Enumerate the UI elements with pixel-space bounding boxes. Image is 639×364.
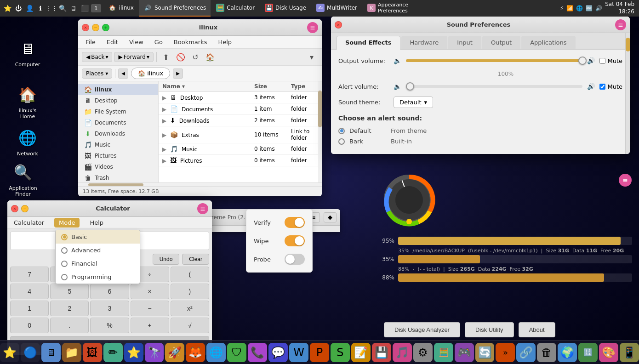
fm-scrollbar[interactable]	[318, 81, 322, 182]
fm-close-button[interactable]: ×	[82, 24, 89, 31]
fm-horizontal-scrollbar[interactable]	[78, 182, 322, 186]
multiwriter-settings-icon[interactable]: ◆	[324, 212, 337, 222]
dock-note-icon[interactable]: 📝	[351, 343, 371, 362]
sound-tab-hardware[interactable]: Hardware	[401, 36, 448, 49]
alert-mute-checkbox[interactable]: Mute	[599, 83, 622, 90]
bluetooth-icon[interactable]: ⚡	[560, 5, 564, 11]
calc-btn-sqrt[interactable]: √	[171, 318, 209, 333]
grid-icon[interactable]: ⋮⋮	[47, 4, 56, 13]
fm-maximize-button[interactable]: +	[102, 24, 109, 31]
table-row[interactable]: ▶ 🎵 Music 0 items folder	[159, 143, 322, 155]
fm-col-size[interactable]: Size	[251, 81, 287, 92]
dock-mobile-icon[interactable]: 📱	[620, 343, 639, 362]
taskbar-app-sound[interactable]: 🔊 Sound Preferences	[139, 0, 211, 17]
dock-chat-icon[interactable]: 💬	[268, 343, 288, 362]
window-icon[interactable]: ⬛	[80, 4, 89, 13]
alert-mute-input[interactable]	[599, 84, 605, 90]
alert-option-default[interactable]: Default From theme	[338, 125, 622, 136]
calc-mode-basic[interactable]: Basic	[56, 230, 140, 244]
search-taskbar-icon[interactable]: 🔍	[58, 4, 67, 13]
dock-calc-icon[interactable]: 🧮	[434, 343, 453, 362]
fm-menu-view[interactable]: View	[127, 38, 145, 46]
fm-back-button[interactable]: ◀ Back ▾	[82, 52, 112, 62]
table-row[interactable]: ▶ 📦 Extras 10 items Link to folder	[159, 126, 322, 143]
fm-menu-button[interactable]: ≡	[307, 22, 318, 33]
dock-audio-icon[interactable]: 🎵	[393, 343, 412, 362]
volume-icon[interactable]: 🔊	[595, 5, 602, 11]
calc-mode-programming[interactable]: Programming	[56, 270, 140, 284]
fm-sidebar-item-videos[interactable]: 🎬 Videos	[78, 161, 158, 172]
calc-menu-button[interactable]: ≡	[197, 203, 208, 214]
fm-menu-help[interactable]: Help	[216, 38, 234, 46]
row-expand-arrow[interactable]: ▶	[162, 95, 166, 101]
taskbar-app-disk[interactable]: 💾 Disk Usage	[260, 0, 311, 17]
fm-sidebar-item-desktop[interactable]: 🖥 Desktop	[78, 95, 158, 106]
dock-globe-icon[interactable]: 🌍	[558, 343, 577, 362]
sound-menu-button[interactable]: ≡	[615, 19, 626, 30]
taskbar-app-calculator[interactable]: 🧮 Calculator	[211, 0, 259, 17]
fm-path-button[interactable]: 🏠 ilinux	[131, 68, 170, 79]
taskbar-app-ilinux[interactable]: 🏠 ilinux	[104, 0, 138, 17]
calc-mode-financial[interactable]: Financial	[56, 257, 140, 270]
calc-btn-mul[interactable]: ×	[131, 284, 169, 299]
toggle-probe-switch[interactable]	[285, 254, 305, 265]
dock-double-arrow-icon[interactable]: »	[496, 343, 515, 362]
fm-menu-go[interactable]: Go	[153, 38, 165, 46]
alert-radio-bark[interactable]	[338, 138, 345, 145]
fm-refresh-button[interactable]: ↺	[189, 51, 202, 63]
calc-btn-sq[interactable]: x²	[171, 301, 209, 316]
calc-btn-add[interactable]: +	[131, 318, 169, 333]
table-row[interactable]: ▶ 🖼 Pictures 0 items folder	[159, 155, 322, 166]
calc-clear-button[interactable]: Clear	[182, 254, 209, 265]
calc-close-button[interactable]: ×	[11, 205, 18, 212]
workspace-number[interactable]: 1	[91, 4, 101, 12]
fm-col-type[interactable]: Type	[287, 81, 322, 92]
output-mute-checkbox[interactable]: Mute	[599, 57, 622, 64]
dock-spreadsheet-icon[interactable]: S	[331, 343, 350, 362]
dock-firefox-icon[interactable]: 🦊	[186, 343, 205, 362]
calc-mode-advanced[interactable]: Advanced	[56, 244, 140, 257]
sound-right-scrollbar[interactable]	[625, 33, 630, 154]
monitor-icon[interactable]: 🖥	[69, 4, 78, 13]
dock-sync-icon[interactable]: 🔄	[475, 343, 495, 362]
toggle-wipe-switch[interactable]	[285, 235, 305, 246]
calc-btn-7[interactable]: 7	[10, 267, 49, 282]
calc-menu-calculator[interactable]: Calculator	[11, 218, 47, 227]
calc-menu-mode[interactable]: Mode	[54, 218, 80, 228]
dock-trash-icon[interactable]: 🗑	[537, 343, 556, 362]
fm-options-button[interactable]: ▾	[305, 51, 318, 63]
fm-sidebar-item-filesystem[interactable]: 📁 File System	[78, 106, 158, 117]
sound-theme-select[interactable]: Default ▾	[394, 97, 433, 108]
calc-undo-button[interactable]: Undo	[153, 254, 180, 265]
sound-tab-effects[interactable]: Sound Effects	[337, 36, 400, 50]
desktop-icon-appfinder[interactable]: 🔍 Application Finder	[5, 159, 41, 200]
dock-disk-icon[interactable]: 💾	[372, 343, 391, 362]
desktop-icon-computer[interactable]: 🖥 Computer	[9, 35, 46, 70]
calc-btn-1[interactable]: 1	[10, 301, 49, 316]
dock-photo-icon[interactable]: 🖼	[83, 343, 102, 362]
star-icon[interactable]: ⭐	[3, 4, 12, 13]
dock-shield-icon[interactable]: 🛡	[227, 343, 246, 362]
calc-btn-5[interactable]: 5	[50, 284, 89, 299]
dock-game-icon[interactable]: 🎮	[455, 343, 474, 362]
dock-rocket-icon[interactable]: 🚀	[165, 343, 184, 362]
fm-menu-edit[interactable]: Edit	[105, 38, 120, 46]
desktop-icon-home[interactable]: 🏠 ilinux's Home	[9, 81, 46, 122]
sound-tab-input[interactable]: Input	[448, 36, 481, 49]
dock-writer-icon[interactable]: W	[289, 343, 308, 362]
fm-home-button[interactable]: 🏠	[204, 51, 217, 63]
dock-chrome-icon[interactable]: 🌐	[206, 343, 226, 362]
alert-option-bark[interactable]: Bark Built-in	[338, 136, 622, 147]
fm-stop-button[interactable]: 🚫	[174, 51, 187, 63]
fm-menu-file[interactable]: File	[84, 38, 97, 46]
dock-phone-icon[interactable]: 📞	[248, 343, 267, 362]
output-volume-slider[interactable]	[406, 59, 582, 62]
row-expand-arrow[interactable]: ▶	[162, 146, 166, 153]
fm-sidebar-item-ilinux[interactable]: 🏠 ilinux	[78, 84, 158, 95]
output-mute-input[interactable]	[599, 58, 605, 64]
fm-col-name[interactable]: Name ▾	[159, 81, 251, 92]
fm-sidebar-item-trash[interactable]: 🗑 Trash	[78, 172, 158, 182]
taskbar-app-appearance[interactable]: K AppearancePreferences	[363, 0, 413, 17]
row-expand-arrow[interactable]: ▶	[162, 132, 166, 138]
dock-dots-icon[interactable]: 🔵	[21, 343, 40, 362]
